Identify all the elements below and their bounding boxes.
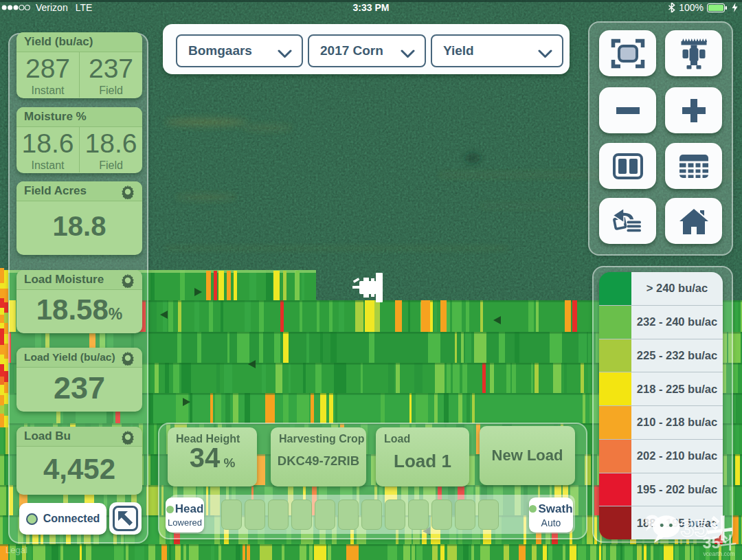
svg-text:vcearth.com: vcearth.com (703, 550, 734, 557)
svg-text:35斗: 35斗 (702, 534, 737, 552)
